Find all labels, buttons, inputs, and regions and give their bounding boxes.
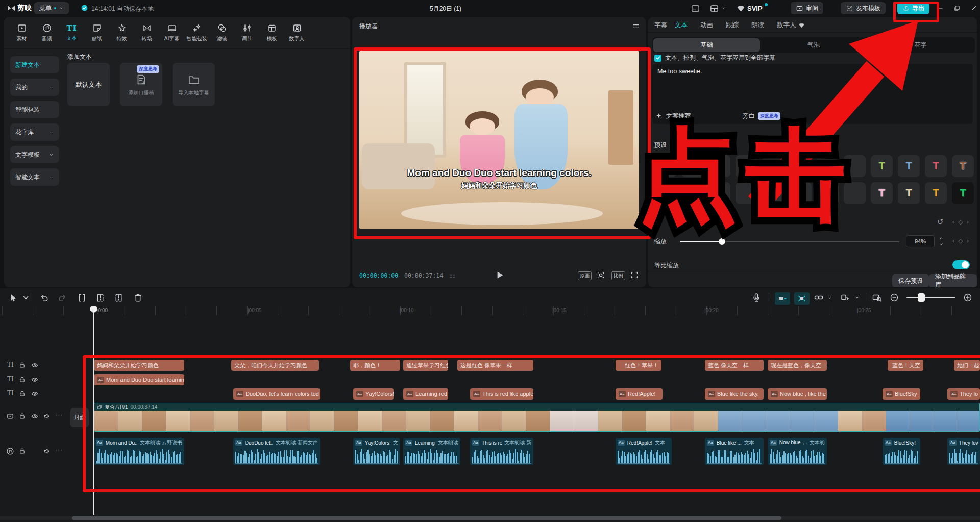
cursor-snap-icon[interactable] <box>840 292 850 303</box>
zoom-in-icon[interactable] <box>963 292 973 303</box>
preset-white-0[interactable]: T <box>654 182 676 204</box>
lock-icon[interactable] <box>18 361 26 369</box>
video-clip[interactable]: 复合片段1 00:00:37:14 <box>94 403 980 432</box>
lock-icon[interactable] <box>18 447 26 455</box>
toolbar-item-ai-captions[interactable]: AI字幕 <box>159 17 184 48</box>
subtitle-clip-zh[interactable]: 蓝色！天空 <box>888 360 923 371</box>
subtitle-text-input[interactable]: Me too sweetie. 文案推荐 旁白 深度思考 <box>652 64 973 124</box>
preset-plain-2[interactable] <box>708 155 730 177</box>
more-options-icon[interactable]: ··· <box>55 411 63 418</box>
toolbar-item-media[interactable]: 素材 <box>9 17 34 48</box>
preset-plain-7[interactable] <box>844 155 866 177</box>
toolbar-item-effects[interactable]: 特效 <box>109 17 134 48</box>
preset-plain-5[interactable] <box>790 182 812 204</box>
split-icon[interactable] <box>77 292 87 303</box>
copy-suggest-label[interactable]: 文案推荐 <box>666 112 691 120</box>
publish-template-button[interactable]: 发布模板 <box>841 2 886 14</box>
subtitle-clip-en[interactable]: A≡DuoDuo, let's learn colors tod <box>233 388 320 400</box>
hscrollbar-thumb[interactable] <box>72 516 781 520</box>
layout-chevron-icon[interactable] <box>721 6 726 11</box>
subtitle-clip-en[interactable]: A≡Yay!Colors! <box>353 388 394 400</box>
audio-clip[interactable]: AaLearning r...文本朗读 <box>403 438 460 465</box>
subtitle-clip-zh[interactable]: 她们一起爱 <box>954 360 980 371</box>
scale-keyframe-nav[interactable]: ‹ ◇ › <box>952 237 970 244</box>
chevron-down-icon[interactable] <box>827 295 832 301</box>
keyframe-nav[interactable]: ‹ ◇ › <box>952 218 970 226</box>
tab-数字人[interactable]: 数字人 <box>777 21 805 30</box>
close-button[interactable] <box>969 4 978 13</box>
audio-clip[interactable]: AaBlue like ...文本 <box>705 438 764 465</box>
tab-朗读[interactable]: 朗读 <box>751 21 764 30</box>
audio-clip[interactable]: AaDuoDuo let...文本朗读 新闻女声 <box>233 438 320 465</box>
video-preview[interactable]: Mom and Duo Duo start learning colors. 妈… <box>359 51 639 229</box>
import-subtitle-card[interactable]: 导入本地字幕 <box>173 63 215 106</box>
apply-all-row[interactable]: 文本、排列、气泡、花字应用到全部字幕 <box>654 54 775 62</box>
subtitle-clip-zh[interactable]: 蓝色 像天空一样 <box>705 360 764 371</box>
default-text-card[interactable]: 默认文本 <box>67 63 110 106</box>
sidebar-item-5[interactable]: 智能文本 <box>10 168 59 186</box>
subtitle-clip-en[interactable]: A≡Mom and Duo Duo start learnin <box>94 374 184 385</box>
timeline-zoom-slider[interactable] <box>906 297 955 298</box>
eye-icon[interactable] <box>31 412 39 420</box>
layout-panel-icon[interactable] <box>691 4 700 13</box>
audio-clip[interactable]: AaBlue!Sky! <box>883 438 920 465</box>
split-right-icon[interactable] <box>113 292 124 303</box>
timeline-ruler[interactable]: 00:00|00:05|00:10|00:15|00:20|00:25 <box>0 306 980 315</box>
preset-blue-9[interactable]: T <box>898 155 920 177</box>
toolbar-item-filters[interactable]: 滤镜 <box>209 17 234 48</box>
preset-none-0[interactable] <box>654 155 676 177</box>
lock-icon[interactable] <box>18 376 26 383</box>
toolbar-item-templates[interactable]: 模板 <box>259 17 284 48</box>
player-menu-icon[interactable] <box>632 22 640 30</box>
subtitle-clip-en[interactable]: A≡Learning red with ap <box>403 388 448 400</box>
fullscreen-icon[interactable] <box>630 270 639 280</box>
split-left-icon[interactable] <box>95 292 106 303</box>
lock-icon[interactable] <box>18 412 26 420</box>
scale-value-input[interactable]: 94% <box>906 235 935 247</box>
minimize-button[interactable] <box>936 4 945 13</box>
preset-plain-3[interactable] <box>736 155 757 177</box>
save-preset-button[interactable]: 保存预设 <box>892 274 929 287</box>
snap-icon[interactable] <box>794 292 810 305</box>
sidebar-item-4[interactable]: 文字模板 <box>10 146 59 163</box>
preview-zoom-icon[interactable] <box>596 270 605 280</box>
lock-icon[interactable] <box>18 390 26 397</box>
reset-icon[interactable]: ↺ <box>937 217 944 227</box>
uniform-scale-toggle[interactable] <box>952 260 970 269</box>
subtitle-clip-zh[interactable]: 朵朵，咱们今天开始学习颜色 <box>231 360 319 371</box>
subtitle-clip-zh[interactable]: 这是红色 像苹果一样 <box>457 360 533 371</box>
playhead-line[interactable] <box>93 307 94 515</box>
audio-clip[interactable]: AaRed!Apple!文本 <box>616 438 672 465</box>
subtitle-clip-en[interactable]: A≡Red!Apple! <box>616 388 663 400</box>
preset-plain-3[interactable] <box>736 182 757 204</box>
audio-clip[interactable]: AaMom and Du...文本朗读 云野说书 <box>94 438 184 465</box>
preset-plain-1[interactable] <box>681 155 703 177</box>
toolbar-item-avatar[interactable]: 数字人 <box>284 17 309 48</box>
speaker-icon[interactable] <box>43 412 51 420</box>
add-speech-card[interactable]: 深度思考 添加口播稿 <box>120 63 162 106</box>
toolbar-item-text[interactable]: TI文本 <box>59 17 84 48</box>
tab-跟踪[interactable]: 跟踪 <box>726 21 739 30</box>
tab-字幕[interactable]: 字幕 <box>654 21 667 30</box>
subtitle-clip-en[interactable]: A≡This is red like apples. <box>470 388 533 400</box>
subtitle-clip-en[interactable]: A≡Blue like the sky. <box>705 388 764 400</box>
maximize-button[interactable] <box>952 4 962 13</box>
delete-icon[interactable] <box>133 292 143 303</box>
toolbar-item-audio[interactable]: 音频 <box>34 17 59 48</box>
subtitle-clip-zh[interactable]: 红色！苹果！ <box>616 360 662 371</box>
tab-文本[interactable]: 文本 <box>675 21 688 30</box>
preset-plain-6[interactable] <box>817 155 839 177</box>
quality-badge[interactable]: 原画 <box>578 271 592 280</box>
menu-button[interactable]: 菜单 <box>34 2 69 14</box>
preset-red-10[interactable]: T <box>925 155 947 177</box>
select-icon[interactable] <box>7 292 18 303</box>
subtitle-clip-zh[interactable]: 耶，颜色！ <box>350 360 400 371</box>
ratio-badge[interactable]: 比例 <box>611 271 625 280</box>
preset-plain-7[interactable] <box>844 182 866 204</box>
preview-ruler-icon[interactable] <box>872 292 882 303</box>
preset-plain-4[interactable] <box>763 155 785 177</box>
subtab-花字[interactable]: 花字 <box>867 38 974 52</box>
scale-slider-thumb[interactable] <box>719 238 725 245</box>
preset-cream-9[interactable]: T <box>898 182 920 204</box>
chevron-down-icon[interactable] <box>20 292 31 303</box>
